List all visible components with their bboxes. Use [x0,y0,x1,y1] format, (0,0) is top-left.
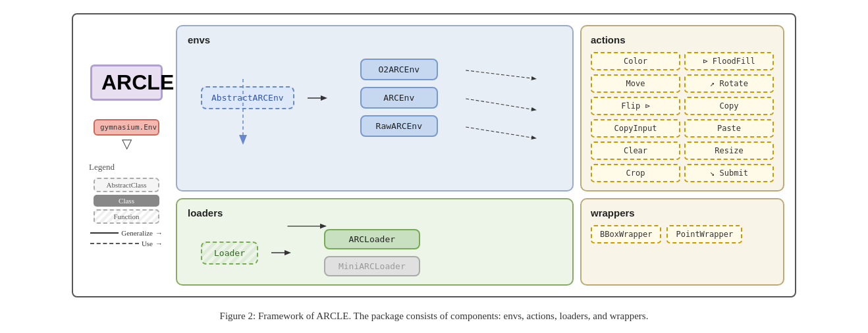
action-copy: Copy [684,97,774,115]
legend-use: Use → [90,240,163,247]
main-area: envs AbstractARCEnv O2ARCEnv [176,25,784,286]
action-floodfill: ⊳ FloodFill [684,52,774,70]
gymnasium-box: gymnasium.Env [94,119,159,136]
actions-label: actions [591,34,774,45]
env-boxes: O2ARCEnv ARCEnv RawARCEnv [360,59,438,137]
svg-marker-1 [321,95,327,101]
envs-label: envs [188,34,562,45]
loaders-section: loaders Loader ARCLoader [176,198,574,286]
action-crop: Crop [591,164,680,182]
use-line [90,243,139,244]
wrapper-point: PointWrapper [666,225,742,243]
action-copyinput: CopyInput [591,119,680,138]
legend-abstract-class: AbstractClass [94,178,159,192]
actions-grid: Color ⊳ FloodFill Move ↗ Rotate [591,52,774,182]
down-arrow-icon: ▽ [122,137,132,150]
actions-section: actions Color ⊳ FloodFill Move [580,25,784,192]
legend-class: Class [94,195,159,207]
env-box-o2arc: O2ARCEnv [360,59,438,80]
bottom-row: loaders Loader ARCLoader [176,198,784,286]
wrappers-label: wrappers [591,207,774,218]
loader-box-miniarc: MiniARCLoader [324,256,420,276]
abstract-arc-env: AbstractARCEnv [201,86,294,109]
gymnasium-area: gymnasium.Env ▽ [94,119,159,150]
loaders-content: Loader ARCLoader MiniARCLoader [188,229,562,276]
loader-abstract: Loader [201,242,258,265]
loader-connect-arrow [271,233,291,272]
action-color: Color [591,52,680,70]
loaders-label: loaders [188,207,562,218]
action-flip: Flip ⊳ [591,97,680,115]
svg-marker-5 [285,250,291,255]
diagram-container: ARCLE gymnasium.Env ▽ Legend AbstractCla… [72,13,796,297]
generalize-arrow: → [155,229,163,237]
legend-generalize: Generalize → [90,229,163,237]
env-box-rawarc: RawARCEnv [360,115,438,137]
env-box-arc: ARCEnv [360,87,438,109]
arcle-title: ARCLE [90,64,163,101]
env-connect-arrow [308,78,327,118]
loader-boxes: ARCLoader MiniARCLoader [324,229,420,276]
legend-function: Function [94,209,159,224]
generalize-label: Generalize [121,229,153,237]
action-clear: Clear [591,141,680,160]
wrappers-section: wrappers BBoxWrapper PointWrapper [580,198,784,286]
use-arrow: → [155,240,163,247]
legend-panel: ARCLE gymnasium.Env ▽ Legend AbstractCla… [84,64,169,247]
action-rotate: ↗ Rotate [684,74,774,93]
diagram-inner: ARCLE gymnasium.Env ▽ Legend AbstractCla… [84,25,784,286]
action-submit: ↘ Submit [684,164,774,182]
wrappers-content: BBoxWrapper PointWrapper [591,225,774,243]
wrapper-bbox: BBoxWrapper [591,225,661,243]
action-resize: Resize [684,141,774,160]
legend-title: Legend [89,162,115,172]
action-move: Move [591,74,680,93]
loader-box-arc: ARCLoader [324,229,420,249]
use-label: Use [142,240,153,247]
figure-caption: Figure 2: Framework of ARCLE. The packag… [220,311,649,322]
diagram-wrapper: ARCLE gymnasium.Env ▽ Legend AbstractCla… [84,25,784,286]
action-paste: Paste [684,119,774,138]
envs-content: AbstractARCEnv O2ARCEnv [188,59,562,137]
envs-section: envs AbstractARCEnv O2ARCEnv [176,25,574,192]
generalize-line [90,232,119,234]
top-row: envs AbstractARCEnv O2ARCEnv [176,25,784,192]
